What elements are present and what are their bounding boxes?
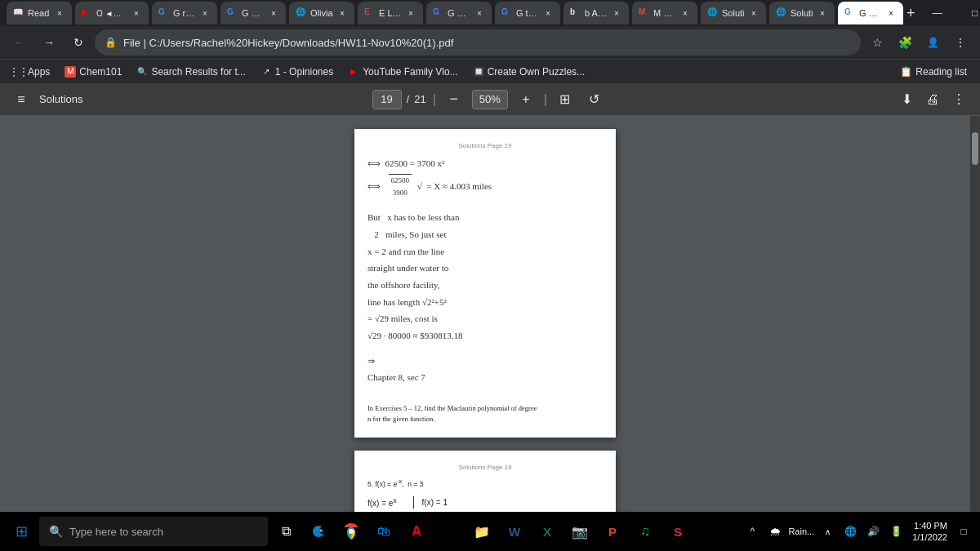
pdf-page-separator: / — [407, 93, 410, 105]
tab-close-solut1[interactable]: × — [748, 7, 760, 19]
maximize-button[interactable]: □ — [956, 0, 980, 26]
tab-close-calch[interactable]: × — [679, 7, 691, 19]
tab-label-how: G how t — [859, 8, 882, 18]
bookmark-opiniones[interactable]: ↗ 1 - Opiniones — [254, 62, 340, 82]
taskbar-excel-icon[interactable]: X — [532, 517, 562, 546]
forward-button[interactable]: → — [36, 29, 62, 56]
pdf-print-button[interactable]: 🖨 — [921, 88, 944, 111]
tab-greader[interactable]: G G readin × — [152, 2, 217, 24]
network-icon[interactable]: 🌐 — [840, 522, 860, 541]
taskbar-search[interactable]: 🔍 Type here to search — [39, 517, 268, 546]
tab-label-calch: M calc h — [653, 8, 676, 18]
bookmark-search[interactable]: 🔍 Search Results for t... — [130, 62, 252, 82]
taskbar-adobe-icon[interactable]: A — [402, 517, 431, 546]
tab-close-lasf[interactable]: × — [405, 7, 416, 19]
tab-close-answer[interactable]: × — [611, 7, 622, 19]
text-line-1: But x has to be less than — [368, 210, 603, 225]
chevron-up-icon[interactable]: ^ — [742, 522, 762, 541]
page2-label: Solutions Page 19 — [368, 464, 603, 471]
bookmark-create-puzzles[interactable]: 🔲 Create Own Puzzles... — [466, 62, 591, 82]
pdf-toolbar: ≡ Solutions / 21 | − + | ⊞ ↺ ⬇ 🖨 ⋮ — [0, 83, 980, 116]
tab-youtube[interactable]: ▶ O ◄◄ × × — [75, 2, 149, 24]
taskbar-word-icon[interactable]: W — [500, 517, 529, 546]
weather-label: Rain... — [788, 527, 814, 536]
new-tab-button[interactable]: + — [906, 2, 915, 24]
volume-icon[interactable]: 🔊 — [863, 522, 883, 541]
taskbar-files-icon[interactable]: 🗂 — [434, 517, 464, 546]
task-view-button[interactable]: ⧉ — [271, 517, 301, 546]
taskbar-edge-icon[interactable] — [304, 517, 333, 546]
text-line-5: the offshore facility, — [368, 278, 603, 293]
show-desktop-chevron[interactable]: ∧ — [817, 522, 837, 541]
math-line-1: ⟺ 62500 = 3700 x² — [368, 156, 603, 171]
tab-calch[interactable]: M M calc h × — [632, 2, 697, 24]
taskbar-folder-icon[interactable]: 📁 — [467, 517, 497, 546]
text-line-8: √29 · 80000 ≈ $930813.18 — [368, 328, 603, 344]
settings-icon[interactable]: ⋮ — [947, 29, 973, 56]
pdf-total-pages: 21 — [414, 93, 425, 105]
tab-close-read[interactable]: × — [54, 7, 65, 19]
opiniones-favicon: ↗ — [261, 66, 272, 78]
tab-close-solut2[interactable]: × — [817, 7, 828, 19]
tab-tops[interactable]: G G tops × — [495, 2, 560, 24]
pdf-more-button[interactable]: ⋮ — [947, 88, 970, 111]
pdf-zoom-in-button[interactable]: + — [514, 88, 537, 111]
tab-close-olivia2[interactable]: × — [336, 7, 348, 19]
pdf-menu-icon[interactable]: ≡ — [10, 88, 33, 111]
minimize-button[interactable]: — — [919, 0, 956, 26]
tab-close-how[interactable]: × — [885, 7, 897, 19]
reading-list-button[interactable]: 📋 Reading list — [893, 66, 973, 78]
tab-close-olivia1[interactable]: × — [268, 7, 279, 19]
bookmark-chem101[interactable]: M Chem101 — [58, 62, 128, 82]
toolbar-icons: ☆ 🧩 👤 ⋮ — [864, 29, 973, 56]
url-bar[interactable]: 🔒 File | C:/Users/Rachel%20Hickey/Downlo… — [95, 29, 861, 56]
tab-close-tops[interactable]: × — [542, 7, 554, 19]
tab-close-cumpc[interactable]: × — [474, 7, 485, 19]
bookmark-star-icon[interactable]: ☆ — [864, 29, 890, 56]
pdf-page-control: / 21 — [372, 90, 426, 109]
bookmark-youtube-family[interactable]: ▶ YouTube Family Vlo... — [341, 62, 465, 82]
taskbar-spotify-icon[interactable]: ♫ — [630, 517, 660, 546]
pdf-zoom-input[interactable] — [472, 90, 508, 109]
pdf-scrollbar[interactable] — [970, 116, 980, 512]
tab-solut2[interactable]: 🌐 Soluti × — [769, 2, 835, 24]
taskbar-store-icon[interactable]: 🛍 — [369, 517, 399, 546]
tab-olivia2[interactable]: 🌐 Olivia × — [289, 2, 354, 24]
start-button[interactable]: ⊞ — [7, 517, 36, 546]
taskbar-powerpoint-icon[interactable]: P — [598, 517, 627, 546]
scrollbar-thumb[interactable] — [972, 132, 978, 165]
tab-lasf[interactable]: E E Las fn × — [358, 2, 423, 24]
pdf-content[interactable]: Solutions Page 19 ⟺ 62500 = 3700 x² ⟺ 62… — [0, 116, 970, 512]
taskbar: ⊞ 🔍 Type here to search ⧉ 🛍 A 🗂 📁 W X 📷 … — [0, 512, 980, 551]
taskbar-camera-icon[interactable]: 📷 — [565, 517, 595, 546]
pdf-page-input[interactable] — [372, 90, 402, 109]
pdf-download-button[interactable]: ⬇ — [895, 88, 918, 111]
tab-cumpc[interactable]: G G cumpc × — [426, 2, 492, 24]
tab-close-greader[interactable]: × — [199, 7, 211, 19]
system-icons: ^ 🌧 Rain... ∧ 🌐 🔊 🔋 — [742, 522, 906, 541]
taskbar-search-icon: 🔍 — [49, 525, 63, 538]
taskbar-app15-icon[interactable]: S — [663, 517, 693, 546]
profile-icon[interactable]: 👤 — [920, 29, 946, 56]
notification-button[interactable]: □ — [954, 522, 973, 541]
back-button[interactable]: ← — [7, 29, 33, 56]
pdf-zoom-out-button[interactable]: − — [443, 88, 466, 111]
bookmark-apps[interactable]: ⋮⋮ Apps — [7, 62, 56, 82]
tab-read[interactable]: 📖 Read × — [7, 2, 72, 24]
tab-answer[interactable]: b b Answe × — [564, 2, 629, 24]
tab-favicon-yt: ▶ — [82, 7, 93, 19]
refresh-button[interactable]: ↻ — [65, 29, 91, 56]
tab-olivia1[interactable]: G G olivia × — [220, 2, 286, 24]
tab-favicon-greader: G — [158, 7, 170, 19]
tab-how[interactable]: G G how t × — [838, 2, 903, 24]
extensions-icon[interactable]: 🧩 — [892, 29, 918, 56]
pdf-fit-page-button[interactable]: ⊞ — [554, 88, 577, 111]
search-bookmark-favicon: 🔍 — [136, 66, 148, 78]
tab-close-yt[interactable]: × — [131, 7, 142, 19]
taskbar-chrome-icon[interactable] — [336, 517, 366, 546]
tab-solut1[interactable]: 🌐 Soluti × — [701, 2, 766, 24]
battery-icon[interactable]: 🔋 — [886, 522, 906, 541]
weather-icon[interactable]: 🌧 — [765, 522, 785, 541]
pdf-rotate-button[interactable]: ↺ — [583, 88, 606, 111]
taskbar-clock[interactable]: 1:40 PM 1/1/2022 — [912, 520, 947, 544]
